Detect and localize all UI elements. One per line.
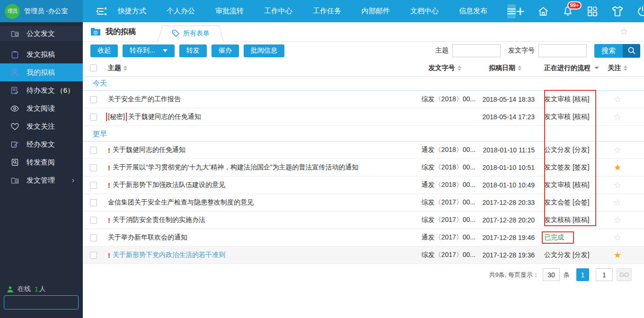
sidebar-item-label: 发文管理 — [26, 176, 55, 185]
home-icon[interactable] — [537, 5, 549, 18]
page-size-input[interactable] — [543, 268, 560, 281]
sort-icon[interactable] — [624, 66, 627, 71]
row-checkbox[interactable] — [90, 147, 97, 154]
row-title[interactable]: 关于魏健同志的任免通知 — [113, 146, 185, 154]
row-checkbox[interactable] — [90, 182, 97, 189]
nav-item-approval-flow[interactable]: 审批流转 — [215, 7, 244, 16]
docno-label: 发文字号 — [508, 46, 535, 55]
collapse-button[interactable]: 收起 — [90, 44, 118, 57]
current-page-button[interactable]: 1 — [576, 268, 589, 281]
star-icon[interactable]: ★ — [614, 163, 621, 172]
sort-icon[interactable] — [458, 66, 461, 71]
sidebar-item-wode-nigao[interactable]: 我的拟稿 — [0, 63, 83, 81]
favorite-star-icon[interactable]: ☆ — [620, 27, 628, 36]
row-date: 2017-12-28 19:36 — [476, 251, 535, 259]
tab-all-forms[interactable]: 所有表单 — [158, 26, 224, 41]
row-checkbox[interactable] — [90, 164, 97, 171]
star-icon[interactable]: ☆ — [614, 95, 621, 104]
table-row[interactable]: !关于消防安全责任制的实施办法 综发〈2017〉00... 2017-12-28… — [83, 212, 644, 229]
star-icon[interactable]: ☆ — [614, 198, 621, 207]
subject-input[interactable] — [452, 44, 501, 57]
table-row[interactable]: [秘密]关于魏健同志的任免通知 2018-05-14 17:23 发文审核 [核… — [83, 108, 644, 126]
row-title[interactable]: 关于新形势下加强政法队伍建设的意见 — [113, 181, 225, 189]
table-row[interactable]: 关于举办新年联欢会的通知 通发〈2017〉00... 2017-12-28 19… — [83, 229, 644, 247]
power-logout-icon[interactable] — [636, 5, 644, 18]
row-title[interactable]: 关于魏健同志的任免通知 — [128, 113, 201, 121]
table-row[interactable]: !关于开展以“学习贯彻党的‘十九大’精神，构建法治国企”为主题的普法宣传活动的通… — [83, 159, 644, 177]
table-row[interactable]: 关于安全生产的工作报告 综发〈2018〉00... 2018-05-14 18:… — [83, 91, 644, 108]
sidebar-item-jingban-fawen[interactable]: 经办发文 — [0, 135, 83, 153]
header-flow[interactable]: 正在进行的流程 — [544, 64, 591, 72]
row-title[interactable]: 金信集团关于安全生产检查与隐患整改制度的意见 — [108, 198, 254, 207]
search-icon — [623, 44, 640, 58]
sort-icon[interactable] — [124, 66, 127, 71]
row-checkbox[interactable] — [90, 199, 97, 206]
nav-item-personal-office[interactable]: 个人办公 — [167, 7, 195, 16]
avatar[interactable]: 理员 — [5, 4, 20, 19]
row-title[interactable]: 关于举办新年联欢会的通知 — [108, 233, 187, 242]
nav-item-document-center[interactable]: 文档中心 — [410, 7, 439, 16]
table-row[interactable]: !关于新形势下党内政治生活的若干准则 综发〈2017〉00... 2017-12… — [83, 247, 644, 264]
urge-button[interactable]: 催办 — [212, 44, 239, 57]
nav-item-work-center[interactable]: 工作中心 — [264, 7, 292, 16]
table-row[interactable]: !关于新形势下加强政法队伍建设的意见 通发〈2018〉00... 2018-01… — [83, 177, 644, 194]
row-title[interactable]: 关于安全生产的工作报告 — [108, 95, 181, 104]
sidebar-item-fawen-guanzhu[interactable]: 发文关注 — [0, 117, 83, 135]
star-icon[interactable]: ☆ — [614, 113, 621, 121]
sidebar-item-label: 转发查阅 — [26, 158, 55, 167]
go-button[interactable]: GO — [617, 268, 632, 281]
header-subject[interactable]: 主题 — [108, 64, 121, 72]
apps-grid-icon[interactable] — [586, 5, 599, 18]
row-flow: 公文分发 [分发] — [535, 251, 603, 259]
hamburger-menu-icon[interactable] — [507, 4, 516, 18]
row-title[interactable]: 关于新形势下党内政治生活的若干准则 — [113, 251, 225, 259]
goto-page-input[interactable] — [596, 268, 613, 281]
star-icon[interactable]: ☆ — [614, 146, 621, 154]
table-header: 主题 发文字号 拟稿日期 正在进行的流程 关注 — [83, 60, 644, 77]
star-icon[interactable]: ☆ — [614, 233, 621, 242]
group-earlier: 更早 — [83, 126, 644, 141]
sidebar-search-input[interactable] — [4, 296, 95, 309]
sidebar-item-fawen-yuedu[interactable]: 发文阅读 — [0, 99, 83, 117]
pagination: 共9条, 每页显示： 条 1 GO — [83, 268, 644, 281]
row-checkbox[interactable] — [90, 234, 97, 241]
notifications-bell-icon[interactable]: 99+ — [562, 5, 574, 18]
sidebar-item-fawen-guanli[interactable]: 发文管理 › — [0, 171, 83, 189]
select-all-checkbox[interactable] — [90, 64, 97, 71]
urgent-icon: ! — [108, 164, 110, 172]
row-title[interactable]: 关于消防安全责任制的实施办法 — [113, 216, 205, 224]
nav-item-internal-mail[interactable]: 内部邮件 — [362, 7, 390, 16]
sidebar-item-gongwen-fawen[interactable]: 公文发文 — [0, 26, 83, 41]
star-icon[interactable]: ☆ — [614, 181, 621, 189]
nav-item-info-publish[interactable]: 信息发布 — [459, 7, 487, 16]
row-checkbox[interactable] — [90, 114, 97, 121]
header-star[interactable]: 关注 — [608, 64, 621, 72]
star-icon[interactable]: ☆ — [614, 216, 621, 224]
sidebar-item-label: 我的拟稿 — [26, 68, 55, 77]
row-title[interactable]: 关于开展以“学习贯彻党的‘十九大’精神，构建法治国企”为主题的普法宣传活动的通知 — [113, 163, 359, 172]
nav-item-work-tasks[interactable]: 工作任务 — [313, 7, 341, 16]
sidebar-item-fawen-nigao[interactable]: 发文拟稿 — [0, 45, 83, 63]
nav-item-shortcuts[interactable]: 快捷方式 — [118, 7, 146, 16]
search-button[interactable]: 搜索 — [594, 44, 640, 58]
layout-toggle-icon[interactable] — [96, 7, 107, 16]
header-date[interactable]: 拟稿日期 — [489, 64, 515, 72]
sort-icon[interactable] — [518, 66, 521, 71]
star-icon[interactable]: ★ — [614, 251, 621, 259]
filter-caret-icon[interactable] — [594, 67, 599, 69]
save-to-button[interactable]: 转存到... — [123, 44, 175, 57]
table-row[interactable]: !关于魏健同志的任免通知 通发〈2018〉00... 2018-01-10 11… — [83, 141, 644, 159]
row-checkbox[interactable] — [90, 252, 97, 259]
add-icon[interactable]: + — [516, 5, 525, 18]
row-checkbox[interactable] — [90, 217, 97, 224]
sidebar-item-zhuanfa-chayue[interactable]: 转发查阅 — [0, 153, 83, 171]
table-row[interactable]: 金信集团关于安全生产检查与隐患整改制度的意见 综发〈2017〉00... 201… — [83, 194, 644, 212]
review-info-button[interactable]: 批阅信息 — [244, 44, 284, 57]
forward-button[interactable]: 转发 — [179, 44, 207, 57]
sidebar-item-daiban-fawen[interactable]: 待办发文 （6） — [0, 81, 83, 99]
user-area[interactable]: 理员 管理员 -办公室 — [0, 0, 83, 22]
docno-input[interactable] — [538, 44, 587, 57]
header-docno[interactable]: 发文字号 — [429, 64, 455, 72]
row-checkbox[interactable] — [90, 96, 97, 103]
theme-shirt-icon[interactable] — [611, 5, 624, 18]
